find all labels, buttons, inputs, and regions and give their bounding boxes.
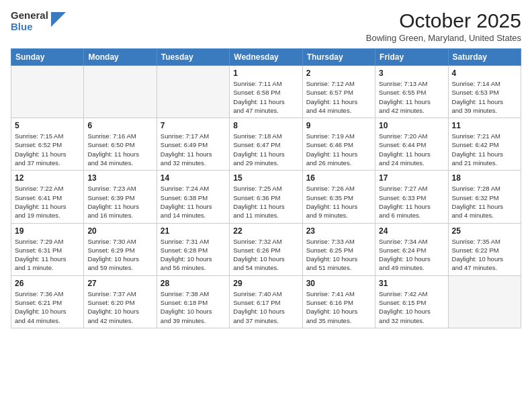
day-number: 6: [87, 121, 152, 130]
day-cell: 13Sunrise: 7:23 AM Sunset: 6:39 PM Dayli…: [84, 171, 157, 223]
day-info: Sunrise: 7:29 AM Sunset: 6:31 PM Dayligh…: [15, 237, 80, 273]
day-info: Sunrise: 7:40 AM Sunset: 6:17 PM Dayligh…: [233, 289, 298, 325]
weekday-header-friday: Friday: [375, 49, 448, 66]
weekday-header-thursday: Thursday: [302, 49, 375, 66]
day-info: Sunrise: 7:31 AM Sunset: 6:28 PM Dayligh…: [161, 237, 226, 273]
svg-marker-0: [51, 12, 66, 27]
day-info: Sunrise: 7:12 AM Sunset: 6:57 PM Dayligh…: [306, 79, 371, 115]
header: General Blue October 2025 Bowling Green,…: [11, 9, 521, 43]
day-number: 28: [161, 279, 226, 288]
day-cell: 29Sunrise: 7:40 AM Sunset: 6:17 PM Dayli…: [230, 275, 302, 328]
day-number: 14: [161, 173, 226, 183]
day-cell: 23Sunrise: 7:33 AM Sunset: 6:25 PM Dayli…: [302, 223, 375, 275]
day-cell: 30Sunrise: 7:41 AM Sunset: 6:16 PM Dayli…: [302, 275, 375, 328]
day-info: Sunrise: 7:17 AM Sunset: 6:49 PM Dayligh…: [161, 132, 226, 167]
week-row-5: 26Sunrise: 7:36 AM Sunset: 6:21 PM Dayli…: [11, 275, 521, 328]
weekday-header-saturday: Saturday: [448, 49, 521, 66]
day-cell: 24Sunrise: 7:34 AM Sunset: 6:24 PM Dayli…: [375, 223, 448, 275]
day-cell: 4Sunrise: 7:14 AM Sunset: 6:53 PM Daylig…: [448, 66, 521, 118]
day-number: 20: [87, 226, 152, 236]
day-number: 2: [306, 68, 371, 78]
day-number: 31: [379, 279, 444, 288]
title-block: October 2025 Bowling Green, Maryland, Un…: [366, 9, 521, 43]
day-number: 18: [452, 173, 517, 183]
day-cell: 20Sunrise: 7:30 AM Sunset: 6:29 PM Dayli…: [84, 223, 157, 275]
day-number: 21: [161, 226, 226, 236]
weekday-header-tuesday: Tuesday: [157, 49, 229, 66]
day-number: 5: [15, 121, 80, 130]
day-cell: 18Sunrise: 7:28 AM Sunset: 6:32 PM Dayli…: [448, 171, 521, 223]
weekday-header-monday: Monday: [84, 49, 157, 66]
day-number: 8: [233, 121, 298, 130]
day-info: Sunrise: 7:19 AM Sunset: 6:46 PM Dayligh…: [306, 132, 371, 167]
day-cell: 19Sunrise: 7:29 AM Sunset: 6:31 PM Dayli…: [11, 223, 84, 275]
day-number: 25: [452, 226, 517, 236]
day-cell: 16Sunrise: 7:26 AM Sunset: 6:35 PM Dayli…: [302, 171, 375, 223]
day-number: 9: [306, 121, 371, 130]
day-cell: 17Sunrise: 7:27 AM Sunset: 6:33 PM Dayli…: [375, 171, 448, 223]
day-info: Sunrise: 7:13 AM Sunset: 6:55 PM Dayligh…: [379, 79, 444, 115]
day-cell: 2Sunrise: 7:12 AM Sunset: 6:57 PM Daylig…: [302, 66, 375, 118]
logo-line1: General: [11, 9, 48, 21]
day-number: 7: [161, 121, 226, 130]
week-row-2: 5Sunrise: 7:15 AM Sunset: 6:52 PM Daylig…: [11, 118, 521, 171]
day-info: Sunrise: 7:25 AM Sunset: 6:36 PM Dayligh…: [233, 184, 298, 220]
day-info: Sunrise: 7:35 AM Sunset: 6:22 PM Dayligh…: [452, 237, 517, 273]
day-cell: 31Sunrise: 7:42 AM Sunset: 6:15 PM Dayli…: [375, 275, 448, 328]
day-info: Sunrise: 7:33 AM Sunset: 6:25 PM Dayligh…: [306, 237, 371, 273]
day-number: 13: [87, 173, 152, 183]
day-number: 26: [15, 279, 80, 288]
weekday-header-wednesday: Wednesday: [230, 49, 302, 66]
day-number: 22: [233, 226, 298, 236]
day-number: 17: [379, 173, 444, 183]
day-info: Sunrise: 7:23 AM Sunset: 6:39 PM Dayligh…: [87, 184, 152, 220]
subtitle: Bowling Green, Maryland, United States: [366, 33, 521, 43]
day-info: Sunrise: 7:27 AM Sunset: 6:33 PM Dayligh…: [379, 184, 444, 220]
week-row-1: 1Sunrise: 7:11 AM Sunset: 6:58 PM Daylig…: [11, 66, 521, 118]
day-info: Sunrise: 7:22 AM Sunset: 6:41 PM Dayligh…: [15, 184, 80, 220]
day-info: Sunrise: 7:26 AM Sunset: 6:35 PM Dayligh…: [306, 184, 371, 220]
day-cell: [11, 66, 84, 118]
main-title: October 2025: [366, 9, 521, 32]
day-cell: 26Sunrise: 7:36 AM Sunset: 6:21 PM Dayli…: [11, 275, 84, 328]
day-info: Sunrise: 7:20 AM Sunset: 6:44 PM Dayligh…: [379, 132, 444, 167]
day-info: Sunrise: 7:21 AM Sunset: 6:42 PM Dayligh…: [452, 132, 517, 167]
week-row-4: 19Sunrise: 7:29 AM Sunset: 6:31 PM Dayli…: [11, 223, 521, 275]
weekday-header-row: SundayMondayTuesdayWednesdayThursdayFrid…: [11, 49, 521, 66]
logo: General Blue: [11, 9, 66, 33]
day-info: Sunrise: 7:24 AM Sunset: 6:38 PM Dayligh…: [161, 184, 226, 220]
day-cell: 11Sunrise: 7:21 AM Sunset: 6:42 PM Dayli…: [448, 118, 521, 171]
day-cell: 7Sunrise: 7:17 AM Sunset: 6:49 PM Daylig…: [157, 118, 229, 171]
day-cell: [84, 66, 157, 118]
day-cell: [448, 275, 521, 328]
logo-triangle-icon: [51, 12, 66, 27]
day-number: 16: [306, 173, 371, 183]
day-cell: 14Sunrise: 7:24 AM Sunset: 6:38 PM Dayli…: [157, 171, 229, 223]
day-cell: 8Sunrise: 7:18 AM Sunset: 6:47 PM Daylig…: [230, 118, 302, 171]
day-number: 23: [306, 226, 371, 236]
day-info: Sunrise: 7:18 AM Sunset: 6:47 PM Dayligh…: [233, 132, 298, 167]
day-number: 29: [233, 279, 298, 288]
day-number: 3: [379, 68, 444, 78]
day-number: 30: [306, 279, 371, 288]
calendar-table: SundayMondayTuesdayWednesdayThursdayFrid…: [11, 48, 521, 328]
week-row-3: 12Sunrise: 7:22 AM Sunset: 6:41 PM Dayli…: [11, 171, 521, 223]
day-info: Sunrise: 7:41 AM Sunset: 6:16 PM Dayligh…: [306, 289, 371, 325]
day-number: 10: [379, 121, 444, 130]
day-cell: [157, 66, 229, 118]
day-info: Sunrise: 7:11 AM Sunset: 6:58 PM Dayligh…: [233, 79, 298, 115]
day-cell: 21Sunrise: 7:31 AM Sunset: 6:28 PM Dayli…: [157, 223, 229, 275]
day-info: Sunrise: 7:37 AM Sunset: 6:20 PM Dayligh…: [87, 289, 152, 325]
day-cell: 28Sunrise: 7:38 AM Sunset: 6:18 PM Dayli…: [157, 275, 229, 328]
page: General Blue October 2025 Bowling Green,…: [0, 0, 532, 411]
day-cell: 27Sunrise: 7:37 AM Sunset: 6:20 PM Dayli…: [84, 275, 157, 328]
day-cell: 22Sunrise: 7:32 AM Sunset: 6:26 PM Dayli…: [230, 223, 302, 275]
day-cell: 5Sunrise: 7:15 AM Sunset: 6:52 PM Daylig…: [11, 118, 84, 171]
day-cell: 3Sunrise: 7:13 AM Sunset: 6:55 PM Daylig…: [375, 66, 448, 118]
day-number: 1: [233, 68, 298, 78]
day-info: Sunrise: 7:32 AM Sunset: 6:26 PM Dayligh…: [233, 237, 298, 273]
day-cell: 15Sunrise: 7:25 AM Sunset: 6:36 PM Dayli…: [230, 171, 302, 223]
day-number: 15: [233, 173, 298, 183]
day-cell: 10Sunrise: 7:20 AM Sunset: 6:44 PM Dayli…: [375, 118, 448, 171]
day-number: 19: [15, 226, 80, 236]
